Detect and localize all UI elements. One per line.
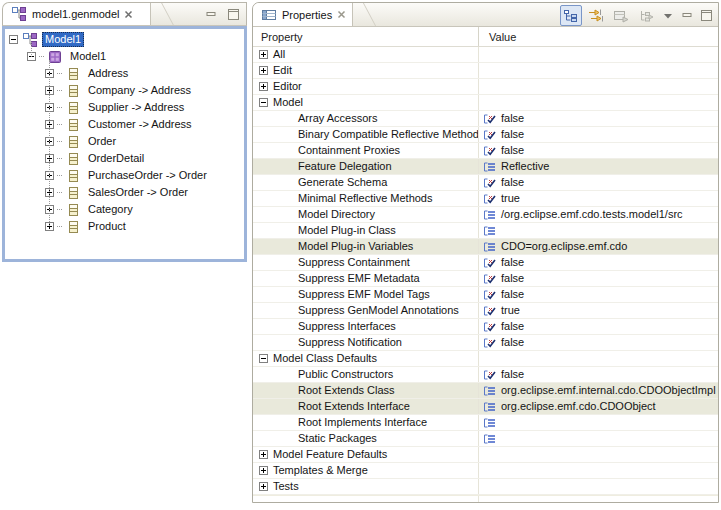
property-value-cell[interactable]: false — [479, 255, 718, 270]
maximize-icon[interactable] — [698, 5, 714, 26]
property-row[interactable]: Model Directory/org.eclipse.emf.cdo.test… — [253, 207, 718, 223]
show-advanced-properties-icon[interactable] — [585, 5, 607, 26]
property-value-cell[interactable]: false — [479, 111, 718, 126]
property-row[interactable]: Root Implements Interface — [253, 415, 718, 431]
show-categories-icon[interactable] — [635, 5, 657, 26]
property-value-cell[interactable]: false — [479, 335, 718, 350]
tree-node-label[interactable]: Supplier -> Address — [85, 101, 187, 114]
expand-toggle-icon[interactable] — [259, 482, 268, 491]
property-row[interactable]: Root Extends Classorg.eclipse.emf.intern… — [253, 383, 718, 399]
property-value-cell[interactable] — [479, 447, 718, 462]
property-row[interactable]: Model Plug-in Class — [253, 223, 718, 239]
collapse-toggle-icon[interactable] — [259, 98, 268, 107]
expand-toggle-icon[interactable] — [259, 466, 268, 475]
tree-node-label[interactable]: Customer -> Address — [85, 118, 195, 131]
property-row[interactable]: Containment Proxiesfalse — [253, 143, 718, 159]
property-value-cell[interactable]: CDO=org.eclipse.emf.cdo — [479, 239, 718, 254]
property-row[interactable]: Suppress EMF Model Tagsfalse — [253, 287, 718, 303]
property-value-cell[interactable] — [479, 223, 718, 238]
property-row[interactable]: Feature DelegationReflective — [253, 159, 718, 175]
tree-node-label[interactable]: PurchaseOrder -> Order — [85, 169, 210, 182]
property-row[interactable]: Editor — [253, 79, 718, 95]
property-value-cell[interactable]: true — [479, 303, 718, 318]
property-row[interactable]: Array Accessorsfalse — [253, 111, 718, 127]
property-row[interactable]: Suppress Containmentfalse — [253, 255, 718, 271]
properties-tab[interactable]: Properties — [253, 3, 353, 26]
property-value-cell[interactable] — [479, 63, 718, 78]
property-value-cell[interactable]: Reflective — [479, 159, 718, 174]
property-value-cell[interactable]: org.eclipse.emf.cdo.CDOObject — [479, 399, 718, 414]
tree-node-eclass[interactable]: PurchaseOrder -> Order — [5, 167, 244, 184]
property-value-cell[interactable] — [479, 463, 718, 478]
tree-node-label[interactable]: Address — [85, 67, 131, 80]
property-row[interactable]: Tests — [253, 479, 718, 495]
tree-node-eclass[interactable]: Product — [5, 218, 244, 235]
property-value-cell[interactable]: org.eclipse.emf.internal.cdo.CDOObjectIm… — [479, 383, 718, 398]
property-value-cell[interactable]: false — [479, 287, 718, 302]
expand-toggle-icon[interactable] — [259, 66, 268, 75]
tree-node-label[interactable]: Company -> Address — [85, 84, 194, 97]
property-value-cell[interactable]: true — [479, 191, 718, 206]
property-row[interactable]: Model — [253, 95, 718, 111]
property-row[interactable]: Templates & Merge — [253, 463, 718, 479]
collapse-toggle-icon[interactable] — [259, 354, 268, 363]
tree-node-label[interactable]: Product — [85, 220, 129, 233]
tree-node-eclass[interactable]: OrderDetail — [5, 150, 244, 167]
property-row[interactable]: Binary Compatible Reflective Methodsfals… — [253, 127, 718, 143]
tree-node-label[interactable]: OrderDetail — [85, 152, 147, 165]
property-value-cell[interactable] — [479, 351, 718, 366]
editor-tab[interactable]: model1.genmodel — [3, 3, 151, 25]
property-value-cell[interactable] — [479, 95, 718, 110]
property-row[interactable]: Minimal Reflective Methodstrue — [253, 191, 718, 207]
tree-node-eclass[interactable]: Order — [5, 133, 244, 150]
property-row[interactable]: All — [253, 47, 718, 63]
tree-node-genmodel-root[interactable]: Model1 — [5, 31, 244, 48]
categories-tree-icon[interactable] — [560, 5, 582, 26]
collapse-toggle-icon[interactable] — [9, 35, 18, 44]
property-value-cell[interactable] — [479, 79, 718, 94]
tree-node-eclass[interactable]: SalesOrder -> Order — [5, 184, 244, 201]
property-value-cell[interactable]: false — [479, 143, 718, 158]
property-value-cell[interactable] — [479, 431, 718, 446]
tree-node-eclass[interactable]: Category — [5, 201, 244, 218]
property-row[interactable]: Suppress Interfacesfalse — [253, 319, 718, 335]
property-value-cell[interactable]: false — [479, 367, 718, 382]
tree-node-eclass[interactable]: Supplier -> Address — [5, 99, 244, 116]
property-value-cell[interactable]: false — [479, 271, 718, 286]
restore-default-value-icon[interactable] — [610, 5, 632, 26]
property-value-cell[interactable] — [479, 415, 718, 430]
minimize-icon[interactable] — [679, 5, 695, 26]
minimize-icon[interactable] — [205, 9, 218, 20]
tree-node-eclass[interactable]: Company -> Address — [5, 82, 244, 99]
property-row[interactable]: Edit — [253, 63, 718, 79]
property-value-cell[interactable]: false — [479, 319, 718, 334]
property-row[interactable]: Suppress EMF Metadatafalse — [253, 271, 718, 287]
expand-toggle-icon[interactable] — [259, 50, 268, 59]
tree-node-label[interactable]: SalesOrder -> Order — [85, 186, 191, 199]
property-row[interactable]: Model Plug-in VariablesCDO=org.eclipse.e… — [253, 239, 718, 255]
property-row[interactable]: Suppress GenModel Annotationstrue — [253, 303, 718, 319]
tree-node-label[interactable]: Order — [85, 135, 119, 148]
tree-node-epackage[interactable]: Model1 — [5, 48, 244, 65]
property-row[interactable]: Root Extends Interfaceorg.eclipse.emf.cd… — [253, 399, 718, 415]
property-row[interactable]: Static Packages — [253, 431, 718, 447]
expand-toggle-icon[interactable] — [259, 82, 268, 91]
property-value-cell[interactable]: /org.eclipse.emf.cdo.tests.model1/src — [479, 207, 718, 222]
property-value-cell[interactable]: false — [479, 127, 718, 142]
property-row[interactable]: Public Constructorsfalse — [253, 367, 718, 383]
property-value-cell[interactable]: false — [479, 175, 718, 190]
property-value-cell[interactable] — [479, 47, 718, 62]
property-row[interactable]: Generate Schemafalse — [253, 175, 718, 191]
tree-node-label[interactable]: Model1 — [42, 32, 84, 47]
property-row[interactable]: Model Feature Defaults — [253, 447, 718, 463]
expand-toggle-icon[interactable] — [259, 450, 268, 459]
tree-node-eclass[interactable]: Address — [5, 65, 244, 82]
tree-node-eclass[interactable]: Customer -> Address — [5, 116, 244, 133]
close-icon[interactable] — [124, 10, 133, 19]
tree-node-label[interactable]: Model1 — [67, 50, 109, 63]
maximize-icon[interactable] — [227, 8, 240, 21]
property-value-cell[interactable] — [479, 479, 718, 494]
close-icon[interactable] — [337, 10, 346, 19]
property-row[interactable]: Model Class Defaults — [253, 351, 718, 367]
tree-node-label[interactable]: Category — [85, 203, 136, 216]
